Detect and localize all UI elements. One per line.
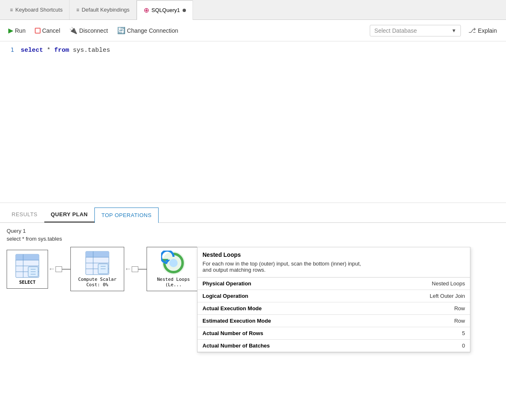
tab-default-keybindings[interactable]: ≡ Default Keybindings: [70, 0, 137, 19]
tooltip-prop-value: Row: [370, 315, 470, 327]
query-plan-area: Query 1 select * from sys.tables: [0, 223, 506, 420]
explain-label: Explain: [478, 27, 497, 34]
tab-label-2: Default Keybindings: [82, 7, 130, 13]
explain-icon: ⎇: [468, 27, 476, 34]
database-select-placeholder: Select Database: [374, 27, 417, 34]
tooltip-row: Actual Number of Batches0: [198, 340, 470, 352]
code-table: sys.tables: [73, 47, 110, 54]
nested-loops-1-sub: (Le...: [165, 282, 182, 287]
tooltip-prop-value: Row: [370, 302, 470, 315]
compute-scalar-label: Compute Scalar: [78, 277, 117, 282]
plan-node-select[interactable]: SELECT: [7, 250, 48, 289]
database-select[interactable]: Select Database ▼: [370, 25, 461, 36]
menu-icon-2: ≡: [76, 7, 79, 13]
tooltip-popup: Nested Loops For each row in the top (ou…: [197, 247, 470, 352]
cancel-label: Cancel: [42, 27, 60, 34]
tooltip-prop-label: Actual Number of Batches: [198, 340, 370, 352]
run-label: Run: [15, 27, 26, 34]
run-icon: ▶: [8, 27, 13, 34]
menu-icon: ≡: [10, 7, 13, 13]
tooltip-table: Physical OperationNested LoopsLogical Op…: [198, 278, 470, 352]
arrow-1: ←: [48, 265, 70, 273]
run-button[interactable]: ▶ Run: [5, 25, 29, 36]
line-number-1: 1: [0, 46, 21, 53]
nested-loops-1-icon: [161, 251, 186, 277]
tooltip-prop-label: Logical Operation: [198, 290, 370, 302]
tooltip-row: Logical OperationLeft Outer Join: [198, 290, 470, 302]
tooltip-row: Estimated Execution ModeRow: [198, 315, 470, 327]
cancel-button[interactable]: Cancel: [31, 26, 64, 36]
tab-label-3: SQLQuery1: [152, 7, 180, 13]
tooltip-title: Nested Loops: [198, 247, 470, 260]
compute-scalar-icon: [85, 251, 110, 277]
tab-query-plan[interactable]: QUERY PLAN: [44, 207, 95, 222]
plan-node-compute-scalar[interactable]: Compute Scalar Cost: 0%: [70, 247, 124, 291]
nested-loops-1-label: Nested Loops: [157, 277, 190, 282]
query-plan-text: select * from sys.tables: [7, 236, 499, 242]
result-tabs: RESULTS QUERY PLAN TOP OPERATIONS: [0, 203, 506, 223]
svg-point-21: [169, 259, 178, 267]
keyword-select: select: [21, 47, 43, 54]
database-select-wrapper: Select Database ▼ ⎇ Explain: [370, 24, 501, 36]
cancel-icon: [35, 28, 41, 34]
change-connection-button[interactable]: 🔄 Change Connection: [114, 25, 182, 36]
tooltip-row: Actual Execution ModeRow: [198, 302, 470, 315]
tab-label: Keyboard Shortcuts: [15, 7, 63, 13]
tooltip-prop-value: Nested Loops: [370, 278, 470, 290]
tooltip-prop-label: Estimated Execution Mode: [198, 315, 370, 327]
tooltip-prop-value: Left Outer Join: [370, 290, 470, 302]
disconnect-label: Disconnect: [79, 27, 108, 34]
code-editor[interactable]: 1 select * from sys.tables: [0, 41, 506, 203]
plan-node-nested-loops-1[interactable]: Nested Loops (Le...: [147, 247, 200, 291]
arrow-2: ←: [124, 265, 147, 273]
bottom-panel: RESULTS QUERY PLAN TOP OPERATIONS Query …: [0, 203, 506, 420]
explain-button[interactable]: ⎇ Explain: [464, 24, 501, 36]
keyword-from: from: [54, 47, 69, 54]
tooltip-prop-value: 0: [370, 340, 470, 352]
dropdown-arrow-icon: ▼: [451, 28, 456, 34]
tab-top-operations[interactable]: TOP OPERATIONS: [94, 208, 159, 223]
select-node-label: SELECT: [19, 280, 36, 285]
tab-results[interactable]: RESULTS: [5, 207, 44, 222]
svg-rect-1: [16, 254, 39, 260]
database-icon: ⊕: [144, 6, 149, 14]
disconnect-icon: 🔌: [69, 27, 77, 34]
tooltip-row: Physical OperationNested Loops: [198, 278, 470, 290]
tab-sqlquery1[interactable]: ⊕ SQLQuery1: [137, 0, 193, 20]
query-plan-label: Query 1: [7, 228, 499, 234]
toolbar: ▶ Run Cancel 🔌 Disconnect 🔄 Change Conne…: [0, 20, 506, 41]
tooltip-prop-label: Physical Operation: [198, 278, 370, 290]
tooltip-description: For each row in the top (outer) input, s…: [198, 260, 470, 278]
tab-keyboard-shortcuts[interactable]: ≡ Keyboard Shortcuts: [3, 0, 70, 19]
change-connection-label: Change Connection: [127, 27, 178, 34]
tooltip-row: Actual Number of Rows5: [198, 327, 470, 340]
tooltip-prop-value: 5: [370, 327, 470, 340]
code-line-1: 1 select * from sys.tables: [0, 46, 506, 55]
compute-scalar-cost: Cost: 0%: [87, 282, 108, 287]
code-content-1: select * from sys.tables: [21, 47, 110, 54]
tooltip-prop-label: Actual Number of Rows: [198, 327, 370, 340]
tab-modified-dot: [183, 9, 186, 12]
change-connection-icon: 🔄: [117, 27, 125, 34]
tab-bar: ≡ Keyboard Shortcuts ≡ Default Keybindin…: [0, 0, 506, 20]
select-table-icon: [15, 253, 40, 280]
code-star: *: [47, 47, 54, 54]
tooltip-prop-label: Actual Execution Mode: [198, 302, 370, 315]
disconnect-button[interactable]: 🔌 Disconnect: [66, 25, 111, 36]
svg-rect-11: [86, 251, 109, 257]
